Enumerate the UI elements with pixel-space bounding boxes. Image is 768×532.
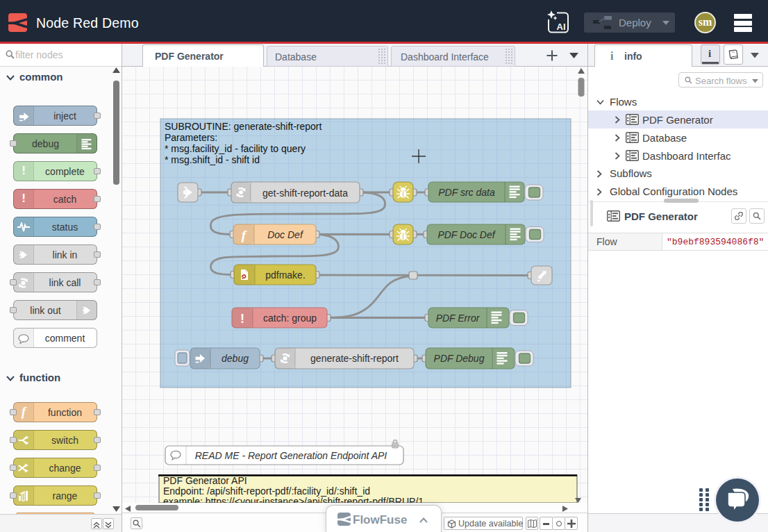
svg-text:PDF Generator API: PDF Generator API xyxy=(163,475,247,486)
svg-text:Parameters:: Parameters: xyxy=(165,132,217,143)
svg-text:generate-shift-report: generate-shift-report xyxy=(310,353,399,364)
svg-text:SUBROUTINE: generate-shift-rep: SUBROUTINE: generate-shift-report xyxy=(165,121,322,132)
svg-text:get-shift-report-data: get-shift-report-data xyxy=(262,188,348,199)
svg-text:PDF Error: PDF Error xyxy=(436,313,481,324)
svg-text:pdfmake.: pdfmake. xyxy=(265,269,306,281)
svg-text:PDF Doc Def: PDF Doc Def xyxy=(437,229,496,240)
svg-text:Endpoint: /api/shift-report-pd: Endpoint: /api/shift-report-pdf/:facilit… xyxy=(163,485,370,497)
svg-text:* msg.facility_id - facility t: * msg.facility_id - facility to query xyxy=(165,143,306,154)
svg-text:catch: group: catch: group xyxy=(263,313,317,324)
svg-text:!: ! xyxy=(240,312,244,326)
svg-text:PDF src data: PDF src data xyxy=(438,187,495,198)
svg-text:Doc Def: Doc Def xyxy=(267,229,304,240)
svg-text:AI: AI xyxy=(557,22,566,32)
svg-text:debug: debug xyxy=(222,353,249,364)
svg-text:PDF Debug: PDF Debug xyxy=(434,353,485,364)
svg-text:READ ME - Report Generation En: READ ME - Report Generation Endpoint API xyxy=(195,450,387,461)
svg-text:* msg.shift_id - shift id: * msg.shift_id - shift id xyxy=(165,154,260,165)
